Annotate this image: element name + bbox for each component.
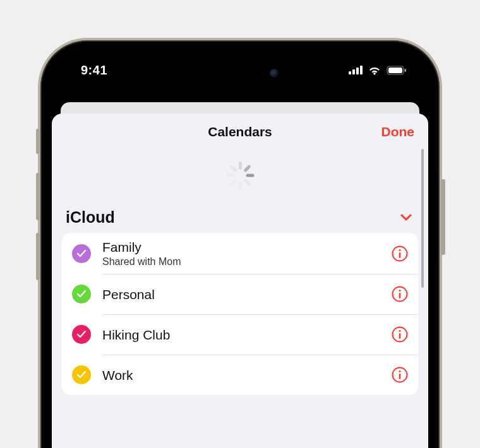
status-icons [349,65,407,75]
calendar-row-hiking-club[interactable]: Hiking Club [62,314,418,355]
svg-point-8 [399,249,400,251]
calendar-name: Work [102,367,390,383]
section-title: iCloud [66,208,115,227]
chevron-down-icon [400,214,412,221]
scroll-indicator[interactable] [421,149,424,288]
wifi-icon [368,65,381,75]
svg-rect-1 [352,69,355,74]
image-frame: 9:41 [0,0,480,448]
info-button[interactable] [390,285,409,304]
info-icon [392,286,408,302]
loading-area [52,150,428,208]
checkmark-icon[interactable] [72,365,91,384]
volume-down-button [36,233,40,280]
info-button[interactable] [390,365,409,384]
calendar-row-text: Work [102,367,390,383]
svg-rect-15 [399,333,401,339]
checkmark-icon[interactable] [72,285,91,304]
cellular-icon [349,66,363,74]
info-icon [392,326,408,343]
status-time: 9:41 [81,63,107,78]
svg-rect-6 [405,69,407,72]
calendar-row-family[interactable]: Family Shared with Mom [62,233,418,274]
silent-switch [36,129,40,154]
svg-rect-5 [388,68,402,73]
power-button [441,179,445,255]
svg-rect-0 [349,71,351,74]
volume-up-button [36,173,40,220]
calendars-sheet: Calendars Done i [52,114,428,448]
svg-point-17 [399,370,400,372]
phone-screen: 9:41 [48,48,432,448]
calendar-row-personal[interactable]: Personal [62,274,418,314]
calendar-row-text: Hiking Club [102,327,390,343]
phone-chassis: 9:41 [38,38,442,448]
section-header-icloud[interactable]: iCloud [52,208,428,233]
checkmark-icon[interactable] [72,244,91,263]
svg-point-14 [399,330,400,332]
info-icon [392,367,408,383]
loading-spinner-icon [226,162,254,189]
svg-rect-18 [399,374,401,379]
calendar-name: Family [102,239,390,255]
info-button[interactable] [390,244,409,263]
front-camera [270,69,279,78]
sheet-title: Calendars [208,124,272,139]
calendar-row-text: Personal [102,286,390,302]
info-button[interactable] [390,325,409,344]
calendar-list: Family Shared with Mom Personal [62,233,418,395]
info-icon [392,245,408,262]
dynamic-island [193,61,287,86]
calendar-subtitle: Shared with Mom [102,256,390,268]
svg-point-11 [399,290,400,292]
svg-rect-12 [399,293,401,298]
calendar-row-text: Family Shared with Mom [102,239,390,268]
checkmark-icon[interactable] [72,325,91,344]
svg-rect-3 [360,66,363,74]
battery-icon [387,66,407,75]
sheet-header: Calendars Done [52,114,428,150]
done-button[interactable]: Done [381,114,415,150]
calendar-row-work[interactable]: Work [62,355,418,395]
svg-rect-2 [356,68,359,74]
calendar-name: Personal [102,286,390,302]
calendar-name: Hiking Club [102,327,390,343]
svg-rect-9 [399,252,401,258]
